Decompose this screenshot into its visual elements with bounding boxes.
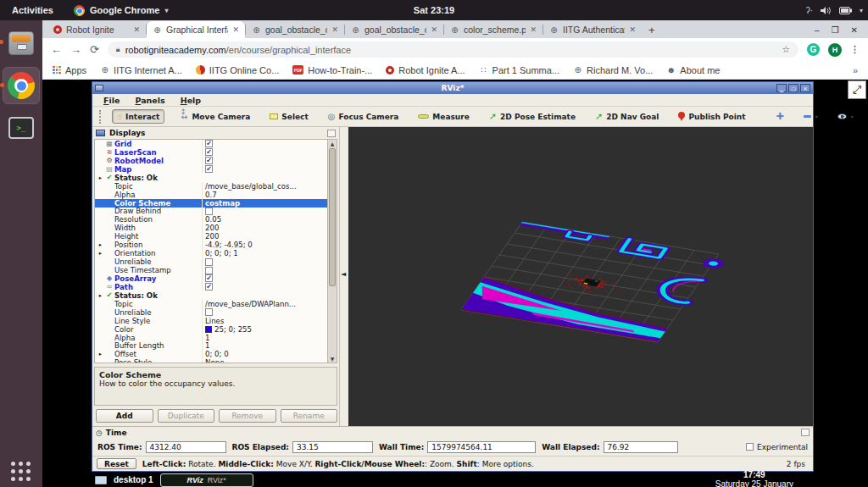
minimize-button[interactable]: – xyxy=(815,25,820,35)
display-row-map[interactable]: ▤Map✔ xyxy=(95,165,327,174)
property-row-offset[interactable]: ▸Offset0; 0; 0 xyxy=(95,350,327,358)
property-row-buffer-length[interactable]: Buffer Length1 xyxy=(95,342,327,351)
add-button[interactable]: Add xyxy=(96,409,153,423)
tab-iitg-authenticati[interactable]: ⊕IITG Authenticati✕ xyxy=(543,21,642,38)
tab-graphical-interfac[interactable]: ⊕Graphical Interfac✕ xyxy=(147,21,245,38)
bookmark-iitg-online-co-[interactable]: IITG Online Co... xyxy=(196,65,280,75)
scrollbar-thumb[interactable] xyxy=(329,148,336,286)
tab-close-icon[interactable]: ✕ xyxy=(133,25,140,34)
checkbox[interactable]: ✔ xyxy=(205,148,213,156)
property-row-color[interactable]: Color25; 0; 255 xyxy=(95,325,327,334)
expander-icon[interactable]: ▸ xyxy=(97,250,104,257)
tool-focus-camera[interactable]: ◎Focus Camera xyxy=(324,110,403,123)
system-clock[interactable]: Sat 23:19 xyxy=(0,5,868,15)
display-row-grid[interactable]: ▦Grid✔ xyxy=(95,140,327,148)
property-row-alpha[interactable]: Alpha1 xyxy=(95,334,327,342)
tab-close-icon[interactable]: ✕ xyxy=(431,25,437,34)
expander-icon[interactable]: ▸ xyxy=(97,174,104,181)
maximize-button[interactable]: ▢ xyxy=(788,84,798,92)
tool-select[interactable]: Select xyxy=(265,111,312,123)
tab-close-icon[interactable]: ✕ xyxy=(232,25,239,34)
remove-tool-minus-button[interactable]: ▾ xyxy=(799,112,822,121)
checkbox[interactable] xyxy=(205,267,213,274)
tab-close-icon[interactable]: ✕ xyxy=(530,25,537,34)
show-applications-button[interactable] xyxy=(11,462,31,482)
tab-color-scheme-pn[interactable]: ⊕color_scheme.pn✕ xyxy=(444,21,542,38)
field-value[interactable]: 33.15 xyxy=(292,441,373,453)
property-row-resolution[interactable]: Resolution0.05 xyxy=(95,215,327,224)
bookmark-star-icon[interactable]: ☆ xyxy=(782,44,790,55)
expander-icon[interactable]: ▸ xyxy=(97,292,104,299)
expander-icon[interactable]: ▸ xyxy=(97,351,104,357)
address-bar[interactable]: 🔒︎ robotigniteacademy.com/en/course/grap… xyxy=(108,42,798,58)
checkbox[interactable] xyxy=(205,208,213,215)
tab-close-icon[interactable]: ✕ xyxy=(331,25,338,34)
property-row-draw-behind[interactable]: Draw Behind xyxy=(95,208,327,216)
bookmark-robot-ignite-a-[interactable]: Robot Ignite A... xyxy=(386,65,465,75)
display-row-robotmodel[interactable]: ⚙RobotModel✔ xyxy=(95,157,327,165)
bookmark-about-me[interactable]: ☻About me xyxy=(666,65,720,75)
reload-button[interactable]: ⟳ xyxy=(90,43,99,56)
panel-splitter[interactable]: ◄ xyxy=(340,127,348,426)
bookmark-iitg-internet-a-[interactable]: ⊕IITG Internet A... xyxy=(100,65,182,75)
checkbox[interactable] xyxy=(205,308,213,316)
tab-goal-obstacle-cle[interactable]: ⊕goal_obstacle_cle✕ xyxy=(246,21,344,38)
display-row-path[interactable]: ≈Path✔ xyxy=(95,283,327,291)
dock-item-files[interactable] xyxy=(3,25,40,62)
tool-publish-point[interactable]: Publish Point xyxy=(674,110,749,123)
tool-2d-pose-estimate[interactable]: ➚2D Pose Estimate xyxy=(485,109,580,124)
rviz-title-bar[interactable]: RViz* ▁ ▢ ✕ xyxy=(92,82,813,94)
forward-button[interactable]: → xyxy=(70,43,81,56)
display-row-posearray[interactable]: ◆PoseArray✔ xyxy=(95,274,327,283)
bookmark-how-to-train-[interactable]: PDFHow-to-Train-... xyxy=(292,65,372,75)
displays-panel-header[interactable]: Displays xyxy=(92,127,339,139)
menu-panels[interactable]: Panels xyxy=(129,96,170,105)
property-row-width[interactable]: Width200 xyxy=(95,224,327,232)
visibility-eye-button[interactable]: ▾ xyxy=(833,112,858,121)
bookmark-part-1-summa-[interactable]: ∷Part 1 Summa... xyxy=(479,65,559,75)
checkbox[interactable]: ✔ xyxy=(205,283,213,291)
property-row-status-ok[interactable]: ▸✔Status: Ok xyxy=(95,291,327,300)
checkbox[interactable]: ✔ xyxy=(205,140,213,147)
tool-interact[interactable]: ☝Interact xyxy=(112,109,164,124)
tab-close-icon[interactable]: ✕ xyxy=(629,25,636,34)
toolbar-grip[interactable] xyxy=(99,110,101,124)
tree-scrollbar[interactable]: ▲ ▼ xyxy=(327,140,337,362)
property-row-pose-style[interactable]: Pose StyleNone xyxy=(95,358,327,363)
tab-robot-ignite[interactable]: Robot Ignite✕ xyxy=(47,21,146,38)
property-row-topic[interactable]: Topic/move_base/global_cos... xyxy=(95,182,327,191)
workspace-label[interactable]: desktop 1 xyxy=(114,475,153,484)
panel-float-button[interactable] xyxy=(327,130,336,137)
checkbox[interactable]: ✔ xyxy=(205,274,213,282)
menu-file[interactable]: File xyxy=(97,96,125,105)
tab-goal-obstacle-cle[interactable]: ⊕goal_obstacle_cle✕ xyxy=(345,21,443,38)
reset-button[interactable]: Reset xyxy=(97,458,136,469)
scroll-down-icon[interactable]: ▼ xyxy=(328,356,337,362)
fullscreen-toggle-button[interactable]: ⤢ xyxy=(848,80,866,99)
new-tab-button[interactable]: + xyxy=(648,24,655,36)
checkbox[interactable] xyxy=(205,258,213,266)
chrome-menu-icon[interactable]: ⋮ xyxy=(850,44,860,55)
bookmark-apps[interactable]: Apps xyxy=(53,65,86,75)
time-panel-header[interactable]: ◷ Time xyxy=(92,427,813,438)
bookmark-richard-m-vo-[interactable]: ⊕Richard M. Vo... xyxy=(573,65,653,75)
property-row-topic[interactable]: Topic/move_base/DWAPlann... xyxy=(95,300,327,308)
expander-icon[interactable]: ▸ xyxy=(97,241,104,248)
dock-item-chrome[interactable] xyxy=(3,67,40,104)
dock-item-terminal[interactable]: >_ xyxy=(3,109,40,147)
field-value[interactable]: 4312.40 xyxy=(146,441,226,453)
restore-button[interactable]: ❐ xyxy=(832,25,839,35)
property-row-color-scheme[interactable]: Color Schemecostmap xyxy=(95,199,327,208)
property-row-position[interactable]: ▸Position-4.9; -4.95; 0 xyxy=(95,241,327,249)
system-tray[interactable]: ʔ· ▾ xyxy=(806,0,863,20)
panel-float-button[interactable] xyxy=(801,429,810,436)
property-row-use-timestamp[interactable]: Use Timestamp xyxy=(95,266,327,274)
close-button[interactable]: ✕ xyxy=(800,84,810,92)
experimental-checkbox[interactable] xyxy=(746,443,754,451)
back-button[interactable]: ← xyxy=(51,43,62,56)
field-value[interactable]: 1579974564.11 xyxy=(427,441,536,453)
checkbox[interactable]: ✔ xyxy=(205,157,213,164)
property-row-line-style[interactable]: Line StyleLines xyxy=(95,317,327,325)
close-button[interactable]: ✕ xyxy=(851,25,858,35)
remote-desktop-clock[interactable]: 17:49 Saturday 25 January xyxy=(715,471,810,487)
